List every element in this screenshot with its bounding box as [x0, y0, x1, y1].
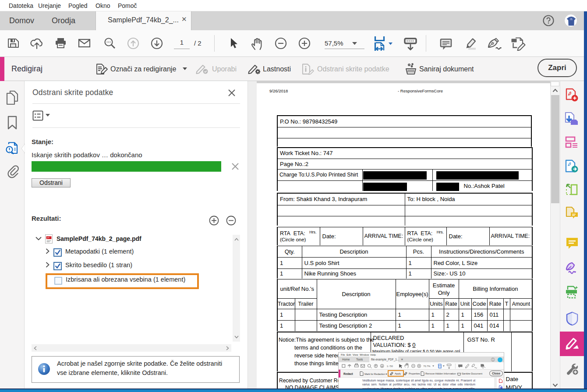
svg-text:70.7%: 70.7%: [423, 365, 430, 367]
svg-text:1 / 50: 1 / 50: [387, 365, 393, 367]
